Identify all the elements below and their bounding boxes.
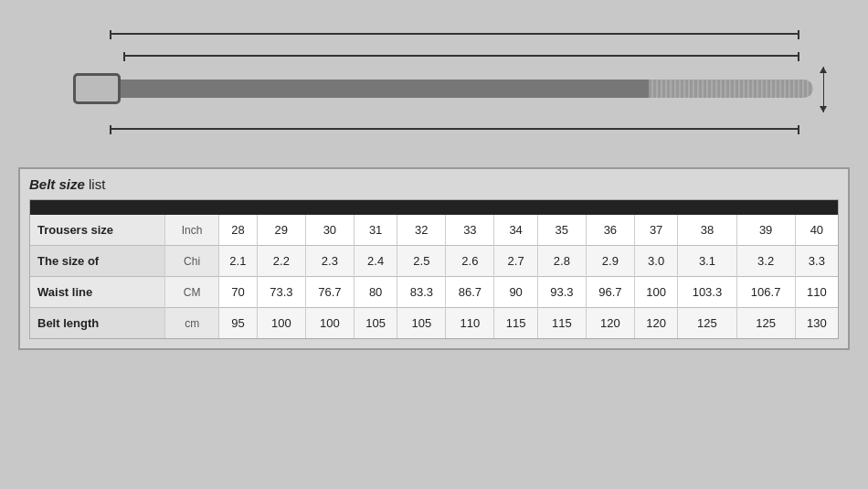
table-cell: 33	[446, 215, 494, 246]
table-cell: 2.2	[257, 246, 305, 277]
table-cell: 70	[218, 277, 257, 308]
table-row: Waist lineCM7073.376.78083.386.79093.396…	[30, 277, 838, 308]
table-cell: 37	[634, 215, 677, 246]
table-cell: 2.4	[354, 246, 397, 277]
table-wrapper: Trousers sizeInch28293031323334353637383…	[29, 199, 839, 339]
table-cell: 2.1	[218, 246, 257, 277]
table-row: Belt lengthcm951001001051051101151151201…	[30, 308, 838, 339]
table-cell: 95	[218, 308, 257, 339]
table-cell: 125	[736, 308, 795, 339]
table-cell: 2.3	[305, 246, 354, 277]
row-unit: Chi	[165, 246, 219, 277]
table-cell: 34	[494, 215, 537, 246]
row-label: Waist line	[30, 277, 165, 308]
table-cell: 35	[537, 215, 586, 246]
table-cell: 120	[634, 308, 677, 339]
table-cell: 3.0	[634, 246, 677, 277]
table-cell: 90	[494, 277, 537, 308]
table-section: Belt size list Trousers sizeInch28293031…	[18, 167, 850, 350]
table-cell: 80	[354, 277, 397, 308]
table-row: The size ofChi2.12.22.32.42.52.62.72.82.…	[30, 246, 838, 277]
main-container: Belt size list Trousers sizeInch28293031…	[0, 0, 868, 489]
table-cell: 86.7	[446, 277, 494, 308]
width-indicator	[823, 67, 824, 114]
table-cell: 110	[446, 308, 494, 339]
table-cell: 29	[257, 215, 305, 246]
table-cell: 83.3	[397, 277, 446, 308]
table-title	[30, 200, 838, 215]
belt-size-line	[110, 128, 799, 130]
size-table: Trousers sizeInch28293031323334353637383…	[30, 215, 838, 338]
table-cell: 32	[397, 215, 446, 246]
table-cell: 38	[678, 215, 736, 246]
table-cell: 96.7	[586, 277, 634, 308]
row-label: Belt length	[30, 308, 165, 339]
row-label: Trousers size	[30, 215, 165, 246]
table-cell: 120	[586, 308, 634, 339]
table-cell: 115	[537, 308, 586, 339]
belt-body	[121, 80, 649, 98]
table-cell: 115	[494, 308, 537, 339]
table-cell: 100	[634, 277, 677, 308]
table-cell: 2.9	[586, 246, 634, 277]
belt-buckle	[73, 73, 121, 104]
table-cell: 110	[795, 277, 838, 308]
section-header: Belt size list	[29, 176, 839, 192]
row-unit: cm	[165, 308, 219, 339]
table-cell: 36	[586, 215, 634, 246]
table-cell: 106.7	[736, 277, 795, 308]
belt-visual	[73, 71, 813, 106]
table-cell: 125	[678, 308, 736, 339]
table-cell: 105	[354, 308, 397, 339]
table-cell: 39	[736, 215, 795, 246]
table-cell: 31	[354, 215, 397, 246]
belt-end	[649, 80, 813, 98]
table-cell: 2.6	[446, 246, 494, 277]
table-row: Trousers sizeInch28293031323334353637383…	[30, 215, 838, 246]
diagram-lines	[18, 16, 850, 158]
table-cell: 103.3	[678, 277, 736, 308]
table-cell: 73.3	[257, 277, 305, 308]
table-cell: 3.2	[736, 246, 795, 277]
table-cell: 93.3	[537, 277, 586, 308]
row-unit: CM	[165, 277, 219, 308]
table-cell: 3.3	[795, 246, 838, 277]
table-cell: 2.7	[494, 246, 537, 277]
table-cell: 76.7	[305, 277, 354, 308]
width-arrow-icon	[823, 67, 824, 112]
table-cell: 3.1	[678, 246, 736, 277]
table-cell: 130	[795, 308, 838, 339]
table-cell: 100	[305, 308, 354, 339]
row-label: The size of	[30, 246, 165, 277]
table-cell: 100	[257, 308, 305, 339]
row-unit: Inch	[165, 215, 219, 246]
table-cell: 40	[795, 215, 838, 246]
belt-diagram	[18, 16, 850, 158]
waist-max-line	[110, 33, 799, 35]
waist-min-line	[123, 55, 799, 57]
table-cell: 28	[218, 215, 257, 246]
table-cell: 2.5	[397, 246, 446, 277]
table-cell: 105	[397, 308, 446, 339]
table-cell: 30	[305, 215, 354, 246]
table-cell: 2.8	[537, 246, 586, 277]
